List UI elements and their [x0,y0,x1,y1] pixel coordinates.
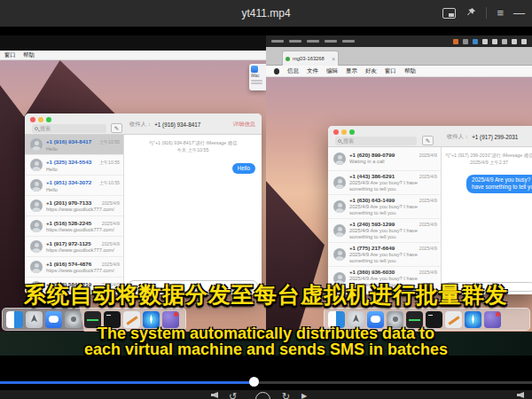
sent-message-bubble: Hello [232,163,255,175]
forward-10-icon[interactable]: ↻ [282,391,290,399]
player-controls: ↺ ↻ ▶ [0,390,532,399]
video-stage[interactable]: 窗口帮助 ✎ 收件人： +1 (916) 9 [0,27,532,399]
menu-item[interactable]: 帮助 [23,51,35,59]
mac-menubar: 信息文件编辑显示好友窗口帮助 [266,66,532,77]
mini-player-icon[interactable] [442,8,456,19]
contact-number: +1 (516) 528-2245 [46,220,91,226]
traffic-lights [333,129,355,135]
conversation-time: 上午10:55 [97,139,120,145]
menu-item[interactable]: 窗口 [385,67,396,75]
conversation-time: 2025/4/9 [417,222,437,227]
vm-toolbar-icons[interactable] [453,39,527,44]
traffic-lights [30,117,51,122]
mute-icon[interactable] [211,392,218,398]
contact-number: +1 (775) 217-6649 [349,245,395,251]
conversation-row[interactable]: +1 (775) 217-6649 2025/4/9 2025/4/9 Are … [328,243,441,267]
minimize-button[interactable]: — [513,6,525,20]
menu-item[interactable]: 窗口 [4,51,16,59]
search-input[interactable] [341,138,414,144]
contact-avatar [30,220,43,232]
conversation-row[interactable]: +1 (951) 334-3072 上午10:55 Hello [25,176,123,196]
conversation-row[interactable]: +1 (916) 934-8417 上午10:55 Hello [25,135,123,155]
message-preview: 2025/4/9 Are you busy? I have something … [349,252,437,264]
conversation-time: 上午10:55 [97,160,120,166]
contact-avatar [30,179,43,192]
to-header: 收件人： +1 (917) 299-2031 [447,126,532,147]
conversation-row[interactable]: +1 (516) 528-2245 2025/4/9 https://www.g… [25,216,123,237]
conversation-list: +1 (620) 899-0799 2025/4/9 Waiting in a … [328,147,442,294]
more-menu-button[interactable]: ≡ [497,6,504,20]
message-preview: Hello [46,146,120,152]
contact-number: +1 (630) 643-1499 [349,197,395,203]
close-light-icon[interactable] [333,129,339,135]
seek-knob[interactable] [249,377,259,387]
subtitle-english-line2: each virtual machine and sends SMS in ba… [0,340,532,359]
conversation-time: 2025/4/9 [417,153,437,158]
menu-item[interactable]: 信息 [287,67,299,75]
window-toolbar: ✎ 收件人： +1 (916) 934-8417 详细信息 [25,113,262,135]
vm-tabbar: mg03-163268 × [266,47,532,66]
conversation-row[interactable]: +1 (630) 643-1499 2025/4/9 2025/4/9 Are … [328,195,441,219]
conversation-row[interactable]: +1 (916) 574-4876 2025/4/9 https://www.g… [25,257,123,278]
search-input[interactable] [38,126,104,131]
messages-window-left: ✎ 收件人： +1 (916) 934-8417 详细信息 [25,113,262,294]
contact-number: +1 (360) 936-6030 [349,269,395,275]
vm-tab-label: mg03-163268 [293,56,325,61]
video-player-window: yt411.mp4 ≡ — 窗口帮助 [0,0,532,399]
conversation-row[interactable]: +1 (325) 324-5543 上午10:55 Hello [25,155,123,176]
next-icon[interactable]: ▶ [301,392,307,399]
message-preview: https://www.goodluck777.com/ [46,227,120,232]
search-field[interactable] [335,137,417,145]
conversation-row[interactable]: +1 (620) 899-0799 2025/4/9 Waiting in a … [328,147,441,171]
to-value: +1 (916) 934-8417 [154,121,200,128]
conversation-time: 2025/4/9 [417,174,437,179]
conversation-time: 2025/4/9 [417,270,437,275]
contact-avatar [333,200,346,213]
pin-icon[interactable] [466,7,476,19]
to-label: 收件人： [447,133,469,141]
search-icon [338,139,341,143]
message-preview: Waiting in a call [349,159,437,165]
replay-10-icon[interactable]: ↺ [229,391,237,399]
vm-host-strip [0,35,266,51]
menu-item[interactable]: 好友 [365,67,377,75]
conversation-row[interactable]: +1 (443) 386-6291 2025/4/9 2025/4/9 Are … [328,171,441,195]
contact-number: +1 (917) 972-1125 [46,240,91,246]
chat-pane: 与"+1 (916) 934-8417"进行 iMessage 通信 今天 上午… [124,135,262,278]
message-preview: https://www.goodluck777.com/ [46,247,120,253]
tab-close-icon[interactable]: × [332,56,335,62]
menu-item[interactable]: 显示 [346,67,357,75]
zoom-light-icon[interactable] [46,117,51,122]
close-light-icon[interactable] [30,117,35,122]
menu-item[interactable]: 帮助 [404,67,416,75]
apple-logo-icon[interactable] [274,68,279,74]
seek-bar[interactable] [0,381,532,384]
details-link[interactable]: 详细信息 [233,121,255,129]
notification-banner[interactable]: iMac [249,64,266,90]
chat-pane: 与"+1 (917) 299-2031"进行 iMessage 通信 2025/… [442,147,532,278]
message-preview: 2025/4/9 Are you busy? I have something … [349,204,437,216]
vm-tab[interactable]: mg03-163268 × [282,51,339,66]
player-titlebar: yt411.mp4 ≡ — [0,0,532,27]
message-preview: Hello [46,187,120,192]
conversation-row[interactable]: +1 (201) 970-7133 2025/4/9 https://www.g… [25,196,123,216]
contact-avatar [30,200,43,212]
window-toolbar: ✎ 收件人： +1 (917) 299-2031 [328,126,532,147]
conversation-row[interactable]: +1 (240) 593-1299 2025/4/9 2025/4/9 Are … [328,219,441,243]
volume-icon[interactable] [517,392,524,398]
minimize-light-icon[interactable] [341,129,347,135]
conversation-row[interactable]: +1 (917) 972-1125 2025/4/9 https://www.g… [25,237,123,257]
contact-number: +1 (951) 334-3072 [46,179,91,185]
play-button[interactable] [255,392,270,399]
search-field[interactable] [32,124,106,133]
menu-item[interactable]: 编辑 [326,67,338,75]
minimize-light-icon[interactable] [38,117,43,122]
conversation-time: 2025/4/9 [99,262,120,267]
zoom-light-icon[interactable] [349,129,355,135]
conversation-time: 2025/4/9 [417,198,437,203]
compose-button[interactable]: ✎ [111,123,122,133]
compose-button[interactable]: ✎ [422,136,434,145]
conversation-time: 2025/4/9 [99,241,120,246]
menu-item[interactable]: 文件 [307,67,318,75]
vm-toolbar [266,35,532,47]
